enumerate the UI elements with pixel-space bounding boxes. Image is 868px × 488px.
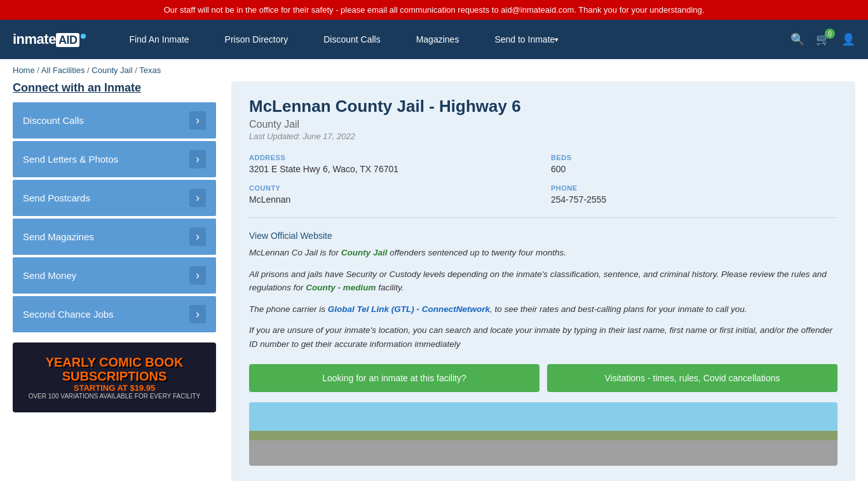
description-2: All prisons and jails have Security or C… bbox=[249, 268, 837, 295]
user-icon[interactable]: 👤 bbox=[841, 32, 855, 46]
county-block: COUNTY McLennan bbox=[249, 184, 536, 205]
btn-second-chance-jobs[interactable]: Second Chance Jobs › bbox=[13, 296, 216, 332]
info-grid: ADDRESS 3201 E State Hwy 6, Waco, TX 767… bbox=[249, 154, 837, 218]
btn-send-postcards[interactable]: Send Postcards › bbox=[13, 180, 216, 216]
description-4: If you are unsure of your inmate's locat… bbox=[249, 323, 837, 351]
description-3: The phone carrier is Global Tel Link (GT… bbox=[249, 302, 837, 316]
visitation-btn[interactable]: Visitations - times, rules, Covid cancel… bbox=[547, 364, 837, 392]
ad-description: OVER 100 VARIATIONS AVAILABLE FOR EVERY … bbox=[19, 393, 210, 400]
chevron-right-icon: › bbox=[189, 189, 206, 207]
ad-title: YEARLY COMIC BOOKSUBSCRIPTIONS bbox=[19, 355, 210, 383]
btn-discount-calls[interactable]: Discount Calls › bbox=[13, 102, 216, 139]
county-jail-link[interactable]: County Jail bbox=[341, 248, 388, 257]
action-buttons: Looking for an inmate at this facility? … bbox=[249, 364, 837, 392]
breadcrumb: Home / All Facilities / County Jail / Te… bbox=[0, 59, 868, 81]
nav-find-inmate[interactable]: Find An Inmate bbox=[111, 20, 207, 59]
search-icon[interactable]: 🔍 bbox=[790, 32, 804, 46]
cart-icon[interactable]: 🛒 0 bbox=[816, 32, 830, 46]
breadcrumb-texas[interactable]: Texas bbox=[139, 65, 161, 75]
beds-block: BEDS 600 bbox=[551, 154, 837, 174]
facility-updated: Last Updated: June 17, 2022 bbox=[249, 132, 837, 141]
address-block: ADDRESS 3201 E State Hwy 6, Waco, TX 767… bbox=[249, 154, 536, 174]
gtl-link[interactable]: Global Tel Link (GTL) - ConnectNetwork bbox=[328, 304, 490, 314]
main-nav: inmateAID Find An Inmate Prison Director… bbox=[0, 20, 868, 59]
breadcrumb-all-facilities[interactable]: All Facilities bbox=[41, 65, 85, 75]
chevron-right-icon: › bbox=[189, 227, 206, 246]
nav-magazines[interactable]: Magazines bbox=[398, 20, 477, 59]
nav-discount-calls[interactable]: Discount Calls bbox=[306, 20, 398, 59]
ad-price: STARTING AT $19.95 bbox=[19, 383, 210, 393]
sidebar-ad[interactable]: YEARLY COMIC BOOKSUBSCRIPTIONS STARTING … bbox=[13, 342, 216, 412]
description-section: McLennan Co Jail is for County Jail offe… bbox=[249, 246, 837, 351]
logo[interactable]: inmateAID bbox=[13, 31, 86, 48]
county-medium-link[interactable]: County - medium bbox=[306, 283, 376, 292]
county-value: McLennan bbox=[249, 194, 536, 205]
chevron-right-icon: › bbox=[189, 150, 206, 168]
nav-prison-directory[interactable]: Prison Directory bbox=[207, 20, 306, 59]
chevron-right-icon: › bbox=[189, 111, 206, 130]
view-website-link[interactable]: View Official Website bbox=[249, 231, 332, 241]
breadcrumb-home[interactable]: Home bbox=[13, 65, 35, 75]
facility-title: McLennan County Jail - Highway 6 bbox=[249, 97, 837, 116]
main-panel: McLennan County Jail - Highway 6 County … bbox=[231, 81, 855, 481]
phone-block: PHONE 254-757-2555 bbox=[551, 184, 837, 205]
connect-heading: Connect with an Inmate bbox=[13, 81, 216, 95]
btn-send-money[interactable]: Send Money › bbox=[13, 257, 216, 294]
btn-send-letters[interactable]: Send Letters & Photos › bbox=[13, 141, 216, 177]
address-value: 3201 E State Hwy 6, Waco, TX 76701 bbox=[249, 164, 536, 174]
content-area: Connect with an Inmate Discount Calls › … bbox=[0, 81, 868, 488]
alert-banner: Our staff will not be in the office for … bbox=[0, 0, 868, 20]
description-1: McLennan Co Jail is for County Jail offe… bbox=[249, 246, 837, 260]
btn-send-magazines[interactable]: Send Magazines › bbox=[13, 219, 216, 255]
sidebar: Connect with an Inmate Discount Calls › … bbox=[13, 81, 216, 481]
phone-value: 254-757-2555 bbox=[551, 194, 837, 205]
looking-for-inmate-btn[interactable]: Looking for an inmate at this facility? bbox=[249, 364, 539, 392]
chevron-right-icon: › bbox=[189, 305, 206, 323]
cart-badge: 0 bbox=[825, 29, 835, 39]
facility-image bbox=[249, 402, 837, 466]
facility-type: County Jail bbox=[249, 119, 837, 130]
beds-value: 600 bbox=[551, 164, 837, 174]
breadcrumb-county-jail[interactable]: County Jail bbox=[92, 65, 132, 75]
chevron-right-icon: › bbox=[189, 266, 206, 285]
nav-links: Find An Inmate Prison Directory Discount… bbox=[111, 20, 790, 59]
nav-icons: 🔍 🛒 0 👤 bbox=[790, 32, 855, 46]
nav-send-to-inmate[interactable]: Send to Inmate bbox=[477, 20, 576, 59]
